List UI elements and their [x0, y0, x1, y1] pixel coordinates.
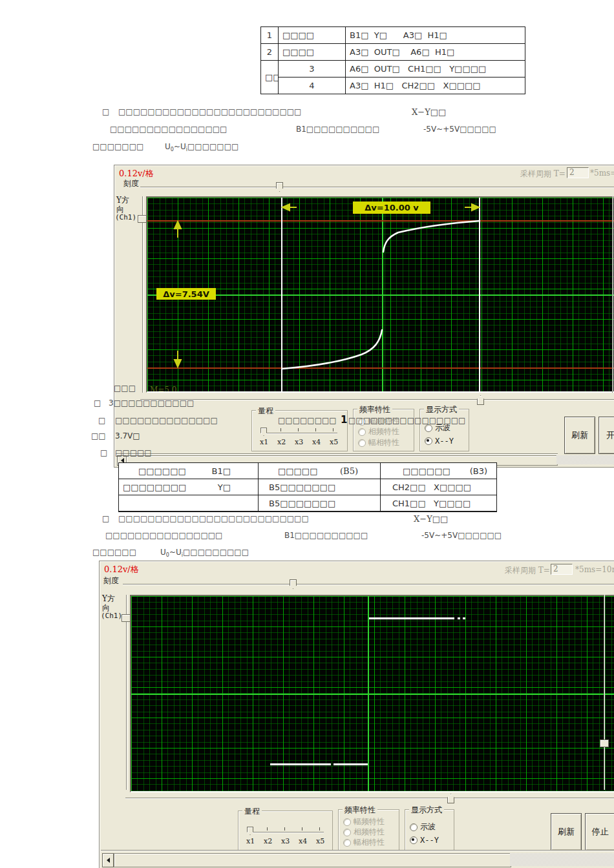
trace-dot	[463, 617, 465, 619]
margin-text: □	[100, 448, 107, 457]
display-mode-group-label: 显示方式	[424, 404, 459, 415]
table-cell: □□□□□□(B3)	[380, 462, 496, 479]
trace-and-arrows	[147, 198, 614, 391]
range-tick	[333, 428, 333, 431]
para1-line3-lead: □□□□□□□	[92, 142, 143, 151]
table-cell: □□□□□□□□Y□	[118, 479, 258, 495]
para1-line2-text: □□□□□□□□□□□□□□□□	[110, 125, 227, 134]
offset-slider-track-left[interactable]	[126, 595, 127, 790]
radio-amp-phase[interactable]: 幅相特性	[358, 437, 399, 448]
radio-label: 幅相特性	[354, 837, 385, 848]
transfer-curve-upper	[383, 221, 480, 252]
para1-uo-ui: U0~Ui□□□□□□□	[165, 142, 238, 152]
range-slider-thumb[interactable]	[260, 428, 267, 436]
radio-label: 示波	[420, 822, 436, 832]
scale-slider-thumb-bottom[interactable]	[447, 794, 454, 803]
scale-group-label: 刻度	[122, 178, 140, 189]
divider	[101, 850, 614, 851]
oscilloscope-window-2: 0.12v/格 采样周期 T= 2 *5ms=10ms 刻度 Y方 向 (Ch1…	[99, 561, 614, 868]
channel-label: (Ch1)	[115, 213, 136, 222]
frequency-char-group-label: 频率特性	[357, 404, 392, 415]
table-cell: □□□□□(B5)	[258, 462, 380, 479]
margin-text: □	[98, 416, 105, 425]
range-tick	[267, 827, 268, 831]
range-tick-label: x2	[264, 837, 272, 845]
refresh-button[interactable]: 刷新	[551, 813, 582, 851]
sample-period-label: 采样周期 T=	[520, 169, 566, 180]
table-cell: A3□ H1□ CH2□□ X□□□□	[345, 77, 525, 94]
refresh-button[interactable]: 刷新	[564, 417, 595, 454]
table-cell: CH1□□ Y□□□□	[380, 495, 496, 511]
para2-b1-ref: B1□□□□□□□□□□	[284, 531, 368, 540]
offset-slider-track-left[interactable]	[142, 196, 143, 393]
table-cell: CH2□□ X□□□□	[380, 479, 496, 495]
range-group-label: 量程	[256, 406, 275, 417]
sample-period-input[interactable]: 2	[551, 564, 573, 575]
display-mode-groupbox: 显示方式 示波 X--Y	[419, 409, 469, 451]
radio-amp-freq[interactable]: 幅频特性	[343, 816, 385, 827]
sample-period-input[interactable]: 2	[567, 167, 589, 178]
range-tick-label: x4	[299, 837, 307, 845]
scrollbar-left-button[interactable]	[102, 853, 114, 867]
delta-v-vertical-readout: Δv=7.54V	[156, 288, 216, 300]
start-button[interactable]: 开始	[598, 417, 614, 454]
range-slider-track[interactable]	[261, 433, 337, 434]
table-cell: □□□□□□B1□	[118, 462, 258, 479]
radio-phase-freq[interactable]: 相频特性	[358, 426, 399, 437]
offset-slider-track-right[interactable]	[612, 196, 613, 393]
sample-period-label: 采样周期 T=	[505, 565, 550, 576]
transfer-curve-lower	[282, 330, 382, 369]
margin-text: □□□□□□□□□□□□□□	[115, 416, 218, 425]
range-tick	[284, 827, 285, 831]
scrollbar-thumb[interactable]	[114, 853, 511, 867]
para1-voltage-range: -5V~+5V□□□□□	[423, 125, 496, 134]
scale-slider-thumb-bottom[interactable]	[477, 395, 484, 405]
scale-slider-track-top[interactable]	[138, 187, 614, 188]
radio-icon	[425, 424, 432, 432]
range-tick	[315, 428, 316, 431]
radio-icon	[343, 818, 351, 826]
radio-amp-phase[interactable]: 幅相特性	[343, 837, 385, 848]
para2-bullet: □	[102, 514, 109, 523]
scale-group-label: 刻度	[102, 575, 120, 586]
range-tick	[281, 428, 281, 431]
range-slider-track[interactable]	[248, 832, 324, 833]
frequency-char-groupbox: 频率特性 幅频特性 相频特性 幅相特性	[353, 409, 414, 451]
radio-label: 幅相特性	[368, 437, 399, 448]
margin-text: □□□□□□□□□□□□□□□□	[348, 416, 465, 425]
para2-line3-lead: □□□□□□	[92, 548, 136, 557]
radio-label: 相频特性	[354, 827, 385, 838]
radio-icon-selected	[410, 836, 418, 844]
scale-slider-track-bottom[interactable]	[140, 399, 614, 400]
table-cell: A6□ OUT□ CH1□□ Y□□□□	[345, 60, 525, 77]
radio-label: X--Y	[435, 437, 454, 446]
para2-line2-text: □□□□□□□□□□□□□□□□	[105, 531, 222, 540]
margin-text: □□□□□□□□	[278, 416, 337, 425]
scrollbar-track[interactable]	[556, 455, 614, 464]
scope-display-2	[130, 595, 614, 792]
range-tick	[319, 827, 320, 831]
stop-button[interactable]: 停止	[585, 813, 614, 851]
para2-xy-mode: X−Y□□	[414, 514, 448, 524]
radio-phase-freq[interactable]: 相频特性	[343, 827, 385, 838]
measure-arrows	[175, 204, 479, 367]
range-slider-thumb[interactable]	[247, 827, 253, 835]
delta-v-horizontal-readout: Δv=10.00 v	[353, 202, 430, 214]
radio-icon	[343, 839, 351, 847]
scale-slider-thumb-top[interactable]	[290, 579, 297, 589]
radio-oscilloscope-mode[interactable]: 示波	[410, 822, 436, 832]
scale-slider-track-bottom[interactable]	[125, 798, 614, 799]
scale-slider-track-top[interactable]	[123, 584, 614, 585]
scale-slider-thumb-top[interactable]	[276, 182, 283, 192]
radio-xy-mode[interactable]: X--Y	[410, 836, 439, 845]
range-tick	[298, 428, 299, 431]
offset-slider-thumb-left[interactable]	[122, 614, 131, 622]
channel-label: (Ch1)	[101, 612, 122, 620]
offset-slider-track-right[interactable]	[604, 595, 605, 790]
offset-slider-thumb-left[interactable]	[138, 215, 147, 223]
scrollbar-track[interactable]	[510, 853, 614, 866]
para1-b1-ref: B1□□□□□□□□□□	[296, 125, 379, 134]
radio-xy-mode[interactable]: X--Y	[425, 437, 454, 446]
offset-slider-thumb-right[interactable]	[600, 739, 609, 747]
trace-segment-low	[333, 763, 368, 765]
